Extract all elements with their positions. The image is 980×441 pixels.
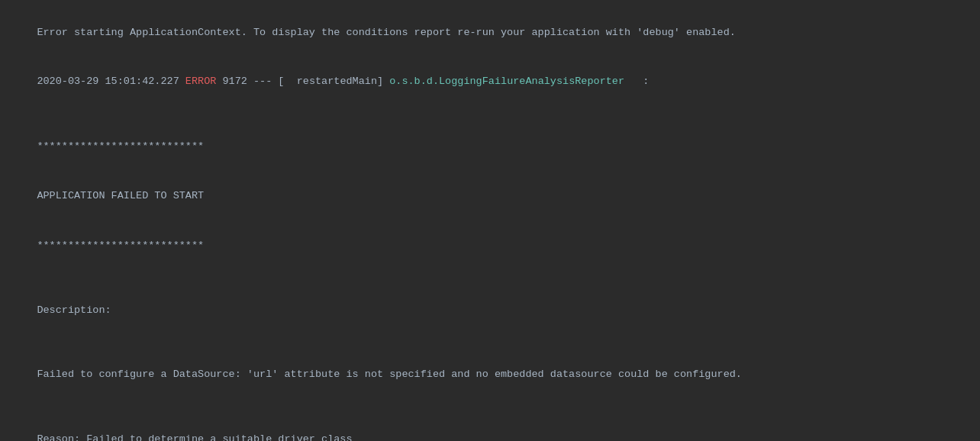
app-failed-line: APPLICATION FAILED TO START bbox=[12, 171, 968, 220]
timestamp: 2020-03-29 15:01:42.227 bbox=[37, 76, 185, 87]
description-label: Description: bbox=[12, 285, 968, 335]
failed-configure-text: Failed to configure a DataSource: 'url' … bbox=[37, 369, 742, 380]
console-line-2: 2020-03-29 15:01:42.227 ERROR 9172 --- [… bbox=[12, 57, 968, 107]
stars-line-2: *************************** bbox=[12, 220, 968, 270]
separator: : bbox=[624, 76, 649, 87]
reason-text: Reason: Failed to determine a suitable d… bbox=[37, 433, 352, 441]
empty-line-4 bbox=[12, 399, 968, 414]
empty-line-2 bbox=[12, 270, 968, 285]
failed-configure-line: Failed to configure a DataSource: 'url' … bbox=[12, 350, 968, 400]
empty-line-1 bbox=[12, 107, 968, 122]
stars-2: *************************** bbox=[37, 240, 204, 251]
description-text: Description: bbox=[37, 304, 111, 316]
stars-line-1: *************************** bbox=[12, 122, 968, 172]
console-container: Error starting ApplicationContext. To di… bbox=[0, 0, 980, 441]
console-line-1: Error starting ApplicationContext. To di… bbox=[12, 8, 968, 57]
line1-text: Error starting ApplicationContext. To di… bbox=[37, 27, 735, 38]
thread-info: 9172 --- [ restartedMain] bbox=[216, 76, 389, 87]
reason-line: Reason: Failed to determine a suitable d… bbox=[12, 414, 968, 441]
empty-line-3 bbox=[12, 335, 968, 350]
error-level: ERROR bbox=[185, 76, 217, 87]
logger-class: o.s.b.d.LoggingFailureAnalysisReporter bbox=[389, 76, 624, 87]
stars-1: *************************** bbox=[37, 140, 204, 152]
app-failed-text: APPLICATION FAILED TO START bbox=[37, 190, 204, 201]
